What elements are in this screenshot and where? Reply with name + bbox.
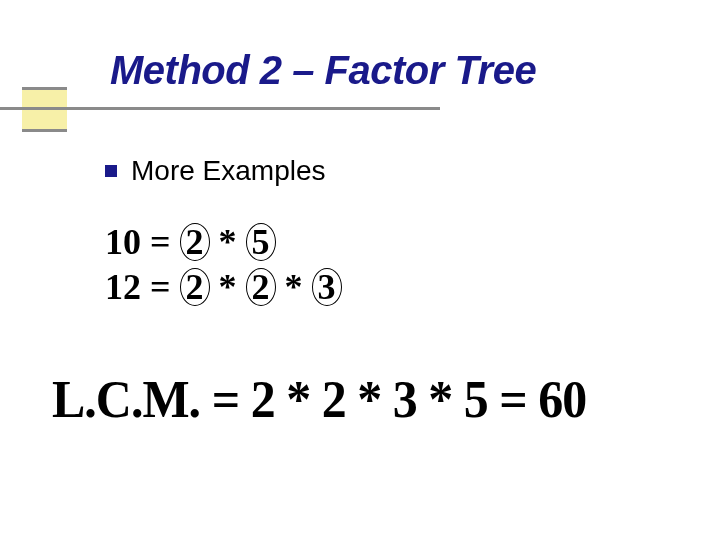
lcm-equals-2: = xyxy=(499,371,526,428)
lcm-factor-1: 2 xyxy=(251,371,275,428)
lcm-op-3: * xyxy=(428,371,452,428)
slide: Method 2 – Factor Tree More Examples 10 … xyxy=(0,0,720,540)
equation-line-2: 12 = 2 * 2 * 3 xyxy=(105,265,342,310)
eq1-lhs: 10 xyxy=(105,220,141,265)
eq2-op-2: * xyxy=(285,267,303,307)
title-underline xyxy=(0,107,440,110)
lcm-factor-2: 2 xyxy=(322,371,346,428)
lcm-label: L.C.M. xyxy=(52,371,200,428)
slide-title: Method 2 – Factor Tree xyxy=(110,48,720,93)
eq2-op-1: * xyxy=(219,267,237,307)
lcm-op-2: * xyxy=(357,371,381,428)
eq1-op-1: * xyxy=(219,222,237,262)
lcm-op-1: * xyxy=(286,371,310,428)
accent-bar-bottom xyxy=(22,129,67,132)
eq1-factor-1: 2 xyxy=(180,223,210,261)
eq1-factor-2: 5 xyxy=(246,223,276,261)
eq2-lhs: 12 xyxy=(105,265,141,310)
eq2-factor-2: 2 xyxy=(246,268,276,306)
bullet-text: More Examples xyxy=(131,155,326,187)
bullet-row: More Examples xyxy=(105,155,326,187)
eq2-equals: = xyxy=(150,267,171,307)
eq2-factor-1: 2 xyxy=(180,268,210,306)
accent-bar-top xyxy=(22,87,67,90)
title-area: Method 2 – Factor Tree xyxy=(0,0,720,93)
lcm-factor-4: 5 xyxy=(464,371,488,428)
lcm-equation: L.C.M. = 2 * 2 * 3 * 5 = 60 xyxy=(52,370,586,429)
eq1-equals: = xyxy=(150,222,171,262)
eq2-factor-3: 3 xyxy=(312,268,342,306)
lcm-result: 60 xyxy=(538,371,586,428)
factorization-area: 10 = 2 * 5 12 = 2 * 2 * 3 xyxy=(105,220,342,310)
equation-line-1: 10 = 2 * 5 xyxy=(105,220,342,265)
lcm-factor-3: 3 xyxy=(393,371,417,428)
bullet-icon xyxy=(105,165,117,177)
lcm-equals-1: = xyxy=(212,371,239,428)
